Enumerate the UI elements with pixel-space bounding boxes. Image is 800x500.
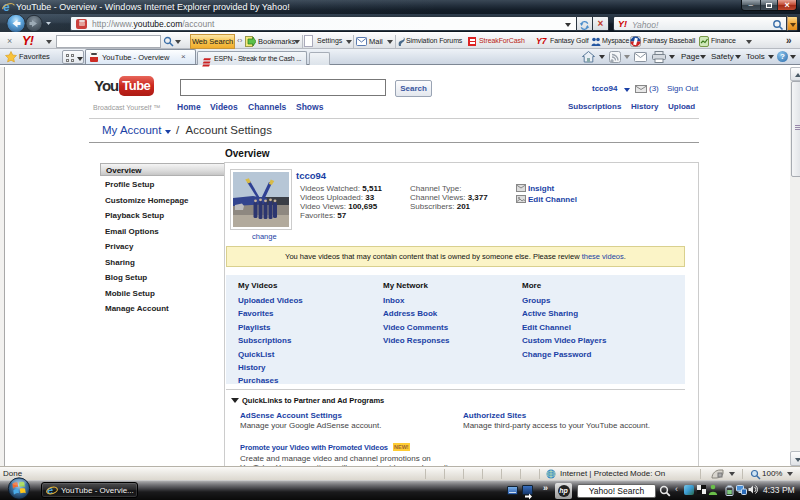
svg-text:e: e	[3, 1, 10, 13]
